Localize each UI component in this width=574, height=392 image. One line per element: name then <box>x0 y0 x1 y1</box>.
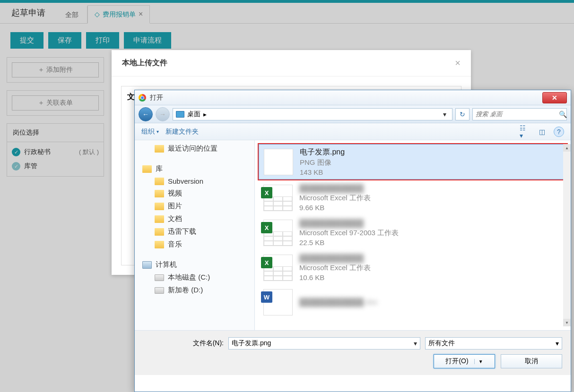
library-icon <box>142 165 152 173</box>
file-item-1[interactable]: X ████████████ Microsoft Excel 工作表 9.66 … <box>259 181 567 214</box>
file-name: ████████████.doc <box>299 298 378 307</box>
tree-ddrive[interactable]: 新加卷 (D:) <box>135 284 254 297</box>
file-item-4[interactable]: W ████████████.doc <box>259 286 567 318</box>
excel-icon: X <box>261 187 272 198</box>
tree-recent[interactable]: 最近访问的位置 <box>135 142 254 155</box>
file-size: 22.5 KB <box>299 239 399 247</box>
help-button[interactable]: ? <box>554 127 564 137</box>
tree-documents[interactable]: 文档 <box>135 213 254 225</box>
view-mode-button[interactable]: ☷ ▾ <box>520 127 530 137</box>
search-box[interactable]: 🔍 <box>472 108 567 120</box>
breadcrumb-path[interactable]: 桌面 ▸ ▾ <box>173 108 452 120</box>
folder-tree[interactable]: 最近访问的位置 库 Subversion 视频 图片 文档 迅雷下载 音乐 计算… <box>135 140 255 330</box>
file-type: Microsoft Excel 97-2003 工作表 <box>299 229 399 238</box>
file-name: ████████████ <box>299 219 399 228</box>
file-type: Microsoft Excel 工作表 <box>299 194 371 203</box>
dialog-body: 最近访问的位置 库 Subversion 视频 图片 文档 迅雷下载 音乐 计算… <box>135 140 571 330</box>
file-name: 电子发票.png <box>300 147 345 157</box>
tree-music[interactable]: 音乐 <box>135 238 254 251</box>
preview-pane-button[interactable]: ◫ <box>537 127 547 137</box>
path-dropdown-icon[interactable]: ▾ <box>440 111 449 118</box>
vertical-scrollbar[interactable]: ▲ ▼ <box>563 144 571 326</box>
filename-label: 文件名(N): <box>181 339 224 348</box>
documents-icon <box>155 215 164 223</box>
dialog-nav-bar: ← → 桌面 ▸ ▾ ↻ 🔍 <box>135 105 571 123</box>
filename-dropdown-icon[interactable]: ▾ <box>414 340 417 347</box>
breadcrumb-arrow-icon[interactable]: ▸ <box>203 111 207 118</box>
modal-close-icon[interactable]: × <box>455 58 461 68</box>
tree-pictures[interactable]: 图片 <box>135 200 254 213</box>
file-type: Microsoft Excel 工作表 <box>299 264 371 273</box>
modal-header: 本地上传文件 × <box>112 50 471 77</box>
dialog-toolbar: 组织▾ 新建文件夹 ☷ ▾ ◫ ? <box>135 123 571 140</box>
drive-icon <box>155 274 164 281</box>
dialog-footer: 文件名(N): ▾ 所有文件 ▾ 打开(O)▼ 取消 <box>135 330 571 375</box>
cancel-button[interactable]: 取消 <box>501 354 562 368</box>
dialog-title: 打开 <box>150 94 539 102</box>
file-thumbnail: X <box>263 255 293 281</box>
excel-icon: X <box>261 257 272 268</box>
file-size: 9.66 KB <box>299 204 371 212</box>
file-open-dialog: 打开 ✕ ← → 桌面 ▸ ▾ ↻ 🔍 组织▾ 新建文件夹 ☷ ▾ ◫ ? 最近… <box>134 90 571 392</box>
file-thumbnail: X <box>263 220 293 246</box>
breadcrumb-label: 桌面 <box>187 110 200 119</box>
music-icon <box>155 241 164 248</box>
filter-value: 所有文件 <box>428 339 455 348</box>
file-item-0[interactable]: 电子发票.png PNG 图像 143 KB <box>259 144 567 179</box>
tree-xunlei[interactable]: 迅雷下载 <box>135 225 254 238</box>
nav-forward-button[interactable]: → <box>156 107 170 121</box>
file-name: ████████████ <box>299 254 371 263</box>
open-split-icon[interactable]: ▼ <box>474 359 483 364</box>
tree-cdrive[interactable]: 本地磁盘 (C:) <box>135 271 254 284</box>
refresh-button[interactable]: ↻ <box>455 108 470 120</box>
scroll-up-icon[interactable]: ▲ <box>563 144 571 152</box>
tree-video[interactable]: 视频 <box>135 187 254 200</box>
nav-back-button[interactable]: ← <box>139 107 153 121</box>
search-icon: 🔍 <box>559 111 567 118</box>
dialog-close-button[interactable]: ✕ <box>542 92 567 103</box>
chevron-down-icon: ▾ <box>556 340 559 347</box>
video-icon <box>155 190 164 197</box>
tree-subversion[interactable]: Subversion <box>135 175 254 187</box>
file-item-2[interactable]: X ████████████ Microsoft Excel 97-2003 工… <box>259 216 567 249</box>
file-name: ████████████ <box>299 184 371 193</box>
computer-icon <box>142 261 152 269</box>
excel-icon: X <box>261 222 272 233</box>
open-button[interactable]: 打开(O)▼ <box>434 354 495 368</box>
folder-icon <box>155 178 164 185</box>
word-icon: W <box>261 291 272 303</box>
desktop-icon <box>176 111 184 118</box>
tree-computer[interactable]: 计算机 <box>135 258 254 271</box>
folder-icon <box>155 145 164 153</box>
filename-input[interactable] <box>232 340 414 347</box>
chrome-icon <box>139 94 146 102</box>
new-folder-button[interactable]: 新建文件夹 <box>165 128 199 136</box>
dialog-titlebar[interactable]: 打开 ✕ <box>135 90 571 105</box>
pictures-icon <box>155 203 164 210</box>
filename-field[interactable]: ▾ <box>228 337 420 349</box>
filetype-filter[interactable]: 所有文件 ▾ <box>425 337 562 349</box>
scroll-down-icon[interactable]: ▼ <box>563 319 571 326</box>
file-type: PNG 图像 <box>300 158 345 167</box>
file-size: 143 KB <box>300 168 345 176</box>
download-icon <box>155 228 164 236</box>
tree-libraries[interactable]: 库 <box>135 162 254 175</box>
organize-menu[interactable]: 组织▾ <box>141 128 159 136</box>
file-thumbnail: X <box>263 185 293 211</box>
search-input[interactable] <box>476 111 556 118</box>
file-size: 10.6 KB <box>299 273 371 281</box>
drive-icon <box>155 287 164 294</box>
file-thumbnail: W <box>263 289 293 315</box>
file-item-3[interactable]: X ████████████ Microsoft Excel 工作表 10.6 … <box>259 251 567 284</box>
file-thumbnail <box>264 149 293 175</box>
file-list[interactable]: 电子发票.png PNG 图像 143 KB X ████████████ Mi… <box>255 140 571 330</box>
modal-title: 本地上传文件 <box>122 58 167 68</box>
